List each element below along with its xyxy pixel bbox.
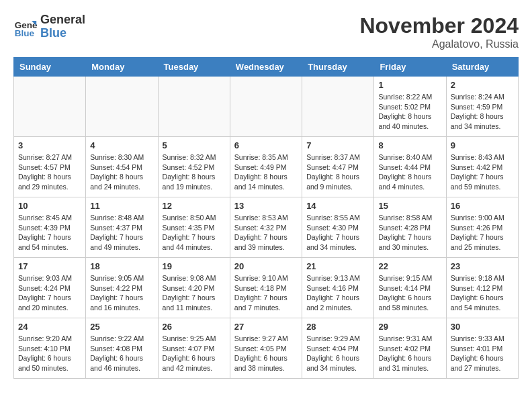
- calendar-cell: 30Sunrise: 9:33 AM Sunset: 4:01 PM Dayli…: [446, 318, 518, 379]
- day-number: 3: [18, 140, 81, 150]
- calendar-cell: 19Sunrise: 9:08 AM Sunset: 4:20 PM Dayli…: [158, 258, 230, 318]
- day-number: 22: [378, 261, 441, 271]
- week-row: 3Sunrise: 8:27 AM Sunset: 4:57 PM Daylig…: [14, 137, 519, 197]
- day-number: 15: [378, 201, 441, 211]
- calendar-cell: 23Sunrise: 9:18 AM Sunset: 4:12 PM Dayli…: [446, 258, 518, 318]
- calendar-cell: 14Sunrise: 8:55 AM Sunset: 4:30 PM Dayli…: [302, 197, 374, 258]
- day-detail: Sunrise: 9:05 AM Sunset: 4:22 PM Dayligh…: [90, 273, 153, 313]
- calendar-cell: 27Sunrise: 9:27 AM Sunset: 4:05 PM Dayli…: [230, 318, 302, 379]
- day-detail: Sunrise: 9:08 AM Sunset: 4:20 PM Dayligh…: [163, 273, 226, 313]
- week-row: 24Sunrise: 9:20 AM Sunset: 4:10 PM Dayli…: [14, 318, 519, 379]
- day-number: 2: [451, 80, 514, 90]
- day-detail: Sunrise: 8:30 AM Sunset: 4:54 PM Dayligh…: [90, 152, 153, 192]
- day-detail: Sunrise: 8:43 AM Sunset: 4:42 PM Dayligh…: [451, 152, 514, 192]
- day-detail: Sunrise: 8:45 AM Sunset: 4:39 PM Dayligh…: [18, 213, 81, 253]
- day-number: 9: [451, 140, 514, 150]
- day-number: 1: [378, 80, 441, 90]
- calendar-cell: [14, 77, 86, 137]
- day-detail: Sunrise: 9:31 AM Sunset: 4:02 PM Dayligh…: [378, 334, 441, 373]
- weekday-header: Monday: [86, 58, 158, 77]
- calendar-cell: 12Sunrise: 8:50 AM Sunset: 4:35 PM Dayli…: [158, 197, 230, 258]
- calendar-cell: 22Sunrise: 9:15 AM Sunset: 4:14 PM Dayli…: [374, 258, 446, 318]
- week-row: 17Sunrise: 9:03 AM Sunset: 4:24 PM Dayli…: [14, 258, 519, 318]
- calendar-cell: 5Sunrise: 8:32 AM Sunset: 4:52 PM Daylig…: [158, 137, 230, 197]
- day-detail: Sunrise: 9:33 AM Sunset: 4:01 PM Dayligh…: [451, 334, 514, 373]
- weekday-header-row: SundayMondayTuesdayWednesdayThursdayFrid…: [14, 58, 519, 77]
- calendar-cell: 2Sunrise: 8:24 AM Sunset: 4:59 PM Daylig…: [446, 77, 518, 137]
- day-detail: Sunrise: 8:58 AM Sunset: 4:28 PM Dayligh…: [378, 213, 441, 253]
- day-number: 12: [163, 201, 226, 211]
- day-number: 6: [234, 140, 298, 150]
- weekday-header: Thursday: [302, 58, 374, 77]
- page-header: General Blue General Blue November 2024 …: [13, 13, 519, 50]
- day-number: 26: [163, 322, 226, 332]
- logo: General Blue General Blue: [13, 13, 85, 40]
- weekday-header: Tuesday: [158, 58, 230, 77]
- day-detail: Sunrise: 9:20 AM Sunset: 4:10 PM Dayligh…: [18, 334, 81, 373]
- day-detail: Sunrise: 8:53 AM Sunset: 4:32 PM Dayligh…: [234, 213, 298, 253]
- calendar-cell: [230, 77, 302, 137]
- calendar-cell: 13Sunrise: 8:53 AM Sunset: 4:32 PM Dayli…: [230, 197, 302, 258]
- calendar-cell: 7Sunrise: 8:37 AM Sunset: 4:47 PM Daylig…: [302, 137, 374, 197]
- day-number: 20: [234, 261, 298, 271]
- title-area: November 2024 Agalatovo, Russia: [359, 13, 519, 50]
- day-number: 10: [18, 201, 81, 211]
- svg-text:Blue: Blue: [15, 28, 35, 38]
- week-row: 10Sunrise: 8:45 AM Sunset: 4:39 PM Dayli…: [14, 197, 519, 258]
- calendar-cell: 6Sunrise: 8:35 AM Sunset: 4:49 PM Daylig…: [230, 137, 302, 197]
- day-number: 21: [306, 261, 369, 271]
- day-detail: Sunrise: 8:55 AM Sunset: 4:30 PM Dayligh…: [306, 213, 369, 253]
- day-detail: Sunrise: 8:32 AM Sunset: 4:52 PM Dayligh…: [163, 152, 226, 192]
- day-number: 24: [18, 322, 81, 332]
- day-number: 4: [90, 140, 153, 150]
- calendar-cell: 9Sunrise: 8:43 AM Sunset: 4:42 PM Daylig…: [446, 137, 518, 197]
- day-detail: Sunrise: 8:24 AM Sunset: 4:59 PM Dayligh…: [451, 92, 514, 132]
- day-number: 18: [90, 261, 153, 271]
- week-row: 1Sunrise: 8:22 AM Sunset: 5:02 PM Daylig…: [14, 77, 519, 137]
- location: Agalatovo, Russia: [359, 38, 519, 50]
- calendar-cell: 4Sunrise: 8:30 AM Sunset: 4:54 PM Daylig…: [86, 137, 158, 197]
- day-detail: Sunrise: 9:18 AM Sunset: 4:12 PM Dayligh…: [451, 273, 514, 313]
- day-number: 11: [90, 201, 153, 211]
- calendar-cell: 18Sunrise: 9:05 AM Sunset: 4:22 PM Dayli…: [86, 258, 158, 318]
- day-detail: Sunrise: 8:50 AM Sunset: 4:35 PM Dayligh…: [163, 213, 226, 253]
- calendar-cell: 25Sunrise: 9:22 AM Sunset: 4:08 PM Dayli…: [86, 318, 158, 379]
- day-number: 19: [163, 261, 226, 271]
- weekday-header: Saturday: [446, 58, 518, 77]
- day-detail: Sunrise: 9:22 AM Sunset: 4:08 PM Dayligh…: [90, 334, 153, 373]
- day-detail: Sunrise: 9:15 AM Sunset: 4:14 PM Dayligh…: [378, 273, 441, 313]
- calendar-cell: 11Sunrise: 8:48 AM Sunset: 4:37 PM Dayli…: [86, 197, 158, 258]
- day-number: 29: [378, 322, 441, 332]
- day-detail: Sunrise: 8:37 AM Sunset: 4:47 PM Dayligh…: [306, 152, 369, 192]
- day-number: 30: [451, 322, 514, 332]
- day-detail: Sunrise: 8:27 AM Sunset: 4:57 PM Dayligh…: [18, 152, 81, 192]
- calendar-cell: [86, 77, 158, 137]
- day-detail: Sunrise: 8:40 AM Sunset: 4:44 PM Dayligh…: [378, 152, 441, 192]
- calendar-cell: [302, 77, 374, 137]
- month-title: November 2024: [359, 13, 519, 38]
- day-number: 16: [451, 201, 514, 211]
- calendar-cell: 29Sunrise: 9:31 AM Sunset: 4:02 PM Dayli…: [374, 318, 446, 379]
- day-number: 8: [378, 140, 441, 150]
- weekday-header: Friday: [374, 58, 446, 77]
- day-number: 13: [234, 201, 298, 211]
- calendar-cell: 28Sunrise: 9:29 AM Sunset: 4:04 PM Dayli…: [302, 318, 374, 379]
- day-detail: Sunrise: 8:22 AM Sunset: 5:02 PM Dayligh…: [378, 92, 441, 132]
- day-detail: Sunrise: 9:00 AM Sunset: 4:26 PM Dayligh…: [451, 213, 514, 253]
- weekday-header: Sunday: [14, 58, 86, 77]
- day-number: 14: [306, 201, 369, 211]
- day-number: 28: [306, 322, 369, 332]
- day-detail: Sunrise: 8:48 AM Sunset: 4:37 PM Dayligh…: [90, 213, 153, 253]
- calendar-cell: 16Sunrise: 9:00 AM Sunset: 4:26 PM Dayli…: [446, 197, 518, 258]
- calendar-cell: 26Sunrise: 9:25 AM Sunset: 4:07 PM Dayli…: [158, 318, 230, 379]
- day-number: 25: [90, 322, 153, 332]
- day-number: 5: [163, 140, 226, 150]
- day-number: 27: [234, 322, 298, 332]
- calendar-cell: 20Sunrise: 9:10 AM Sunset: 4:18 PM Dayli…: [230, 258, 302, 318]
- calendar-cell: 3Sunrise: 8:27 AM Sunset: 4:57 PM Daylig…: [14, 137, 86, 197]
- logo-icon: General Blue: [13, 15, 38, 39]
- calendar-cell: 15Sunrise: 8:58 AM Sunset: 4:28 PM Dayli…: [374, 197, 446, 258]
- calendar-cell: 10Sunrise: 8:45 AM Sunset: 4:39 PM Dayli…: [14, 197, 86, 258]
- calendar-cell: 21Sunrise: 9:13 AM Sunset: 4:16 PM Dayli…: [302, 258, 374, 318]
- day-detail: Sunrise: 9:27 AM Sunset: 4:05 PM Dayligh…: [234, 334, 298, 373]
